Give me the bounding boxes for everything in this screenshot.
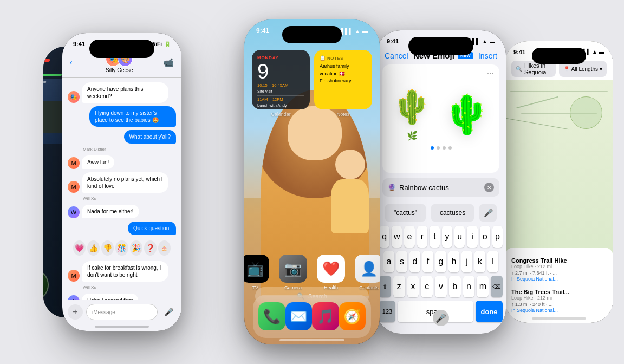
key-o[interactable]: o (480, 226, 490, 248)
key-y[interactable]: y (442, 226, 452, 248)
back-button[interactable]: ‹ (70, 58, 73, 67)
message-row: W Nada for me either! (68, 205, 176, 218)
key-w[interactable]: w (392, 226, 402, 248)
emoji-insert-button[interactable]: Insert (478, 51, 497, 60)
trail-1-name: Congress Trail Hike (511, 257, 607, 264)
app-contacts[interactable]: 👤 Contacts (355, 255, 380, 290)
suggestion-2[interactable]: cactuses (431, 204, 474, 222)
key-g[interactable]: g (435, 251, 446, 272)
emoji-btn[interactable]: 🎊 (115, 240, 128, 256)
key-a[interactable]: a (384, 251, 394, 272)
trail-1-stats: ↑ 2.7 mi · 7,641 ft · ... (511, 270, 607, 276)
key-c[interactable]: c (421, 276, 433, 297)
emoji-dynamic-island (408, 37, 473, 55)
key-t[interactable]: t (430, 226, 440, 248)
key-f[interactable]: f (422, 251, 433, 272)
key-d[interactable]: d (410, 251, 420, 272)
keyboard-row-1: q w e r t y u i o p (379, 226, 503, 248)
message-row: W Haha I second that (68, 294, 176, 300)
location-icon: 📍 (563, 66, 570, 72)
key-h[interactable]: h (448, 251, 459, 272)
msg-avatar: M (68, 157, 80, 169)
message-input-field[interactable]: iMessage (86, 304, 158, 320)
app-camera[interactable]: 📷 Camera (279, 255, 307, 290)
keyboard-mic-button[interactable]: 🎤 (433, 310, 449, 326)
key-n[interactable]: n (463, 276, 475, 297)
key-e[interactable]: e (404, 226, 414, 248)
notes-widget[interactable]: 📋 Notes Aarhus family vocation 🇩🇰 Finish… (314, 50, 372, 109)
dock-music-button[interactable]: 🎵 (312, 302, 339, 330)
emoji-btn[interactable]: 👎 (101, 240, 114, 256)
key-p[interactable]: p (492, 226, 503, 248)
app-tv[interactable]: 📺 TV (244, 255, 269, 290)
emoji-btn[interactable]: 🎉 (130, 240, 142, 256)
voice-input-button[interactable]: 🎤 (161, 304, 176, 320)
cal-divider (257, 95, 304, 96)
widgets-sublabels: Calendar Notes (252, 112, 372, 117)
home-time: 9:41 (256, 27, 269, 35)
delete-key[interactable]: ⌫ (491, 276, 503, 297)
dock-mail-button[interactable]: ✉️ (285, 302, 313, 330)
message-bubble: Anyone have plans this weekend? (82, 82, 168, 103)
message-input-bar: + iMessage 🎤 (68, 304, 176, 320)
msg-avatar: M (68, 270, 80, 282)
battery-icon: 🔋 (164, 41, 171, 47)
message-row: M If cake for breakfast is wrong, I don'… (68, 261, 176, 282)
messages-list[interactable]: 🎭 Anyone have plans this weekend? Flying… (62, 78, 181, 300)
cal-event-1-name: Site visit (257, 89, 272, 94)
cal-widget-day: 9 (257, 61, 304, 82)
key-r[interactable]: r (417, 226, 427, 248)
emoji-btn[interactable]: 👍 (87, 240, 100, 256)
battery-icon: ▬ (490, 38, 495, 44)
msg-avatar: W (68, 206, 80, 218)
add-attachment-button[interactable]: + (68, 304, 83, 320)
message-row: Quick question: (68, 222, 176, 235)
phone-emoji: 9:41 ▌▌▌ ▲ ▬ Cancel New Emoji NEW Insert… (376, 30, 506, 334)
emoji-search-text[interactable]: Rainbow cactus (399, 184, 481, 192)
emoji-bottom-bar: 🎤 (376, 310, 506, 326)
rainbow-cactus: 🌵 (443, 92, 490, 136)
key-j[interactable]: j (461, 251, 472, 272)
emoji-screen: 9:41 ▌▌▌ ▲ ▬ Cancel New Emoji NEW Insert… (376, 30, 506, 334)
key-i[interactable]: i (467, 226, 477, 248)
key-u[interactable]: u (454, 226, 465, 248)
emoji-keyboard: q w e r t y u i o p a s d f g h j k (379, 226, 503, 322)
emoji-btn[interactable]: 🎂 (158, 240, 171, 256)
wifi-icon: ▲ (355, 28, 360, 34)
dock-phone-button[interactable]: 📞 (258, 302, 285, 330)
key-v[interactable]: v (435, 276, 447, 297)
key-z[interactable]: z (393, 276, 405, 297)
key-b[interactable]: b (449, 276, 461, 297)
message-bubble: Absolutely no plans yet, which I kind of… (82, 172, 168, 193)
shift-key[interactable]: ⇧ (379, 276, 391, 297)
trail-item-2[interactable]: The Big Trees Trail... Loop Hike · 212 m… (511, 285, 607, 316)
dock-safari-button[interactable]: 🧭 (339, 302, 366, 330)
keyboard-row-2: a s d f g h j k l (379, 251, 503, 272)
home-dynamic-island (282, 26, 342, 43)
key-x[interactable]: x (407, 276, 419, 297)
key-k[interactable]: k (474, 251, 485, 272)
app-health[interactable]: ❤️ Health (317, 255, 345, 290)
map-trail-line (505, 118, 569, 130)
chevron-down-icon: ▾ (600, 66, 602, 72)
emoji-cancel-button[interactable]: Cancel (385, 51, 408, 60)
mic-suggestion-button[interactable]: 🎤 (479, 204, 497, 222)
key-q[interactable]: q (379, 226, 389, 248)
emoji-display-area: ··· 🌵 🌿 🌵 (382, 64, 499, 173)
dot-4 (448, 146, 452, 150)
emoji-search-field[interactable]: 🔮 Rainbow cactus ✕ (382, 178, 499, 197)
suggestion-1[interactable]: "cactus" (385, 204, 426, 222)
calendar-widget[interactable]: Monday 9 10:15 – 10:45AM Site visit 11AM… (252, 50, 310, 109)
filter-label: All Lengths (571, 66, 598, 72)
key-l[interactable]: l (487, 251, 498, 272)
video-call-button[interactable]: 📹 (163, 57, 174, 68)
more-options-icon[interactable]: ··· (487, 69, 494, 79)
wifi-icon: ▲ (482, 38, 487, 44)
key-m[interactable]: m (477, 276, 489, 297)
clear-search-button[interactable]: ✕ (484, 183, 494, 192)
key-s[interactable]: s (396, 251, 407, 272)
emoji-btn[interactable]: 💗 (73, 240, 86, 256)
emoji-btn[interactable]: ❓ (144, 240, 157, 256)
trail-item-1[interactable]: Congress Trail Hike Loop Hike · 212 mi ↑… (511, 254, 607, 285)
dock: 📞 ✉️ 🎵 🧭 (253, 295, 371, 338)
